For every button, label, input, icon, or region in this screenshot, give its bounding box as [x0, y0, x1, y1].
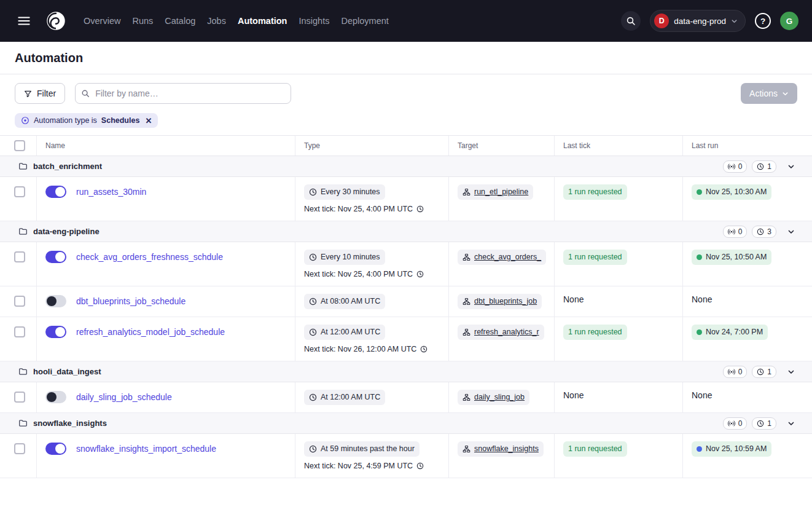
clock-icon	[420, 345, 427, 353]
group-name: data-eng-pipeline	[33, 227, 100, 236]
schedule-toggle[interactable]	[45, 251, 66, 263]
help-button[interactable]: ?	[755, 13, 771, 29]
search-icon	[626, 16, 636, 26]
table-header-row: Name Type Target Last tick Last run	[0, 136, 812, 156]
hamburger-icon	[17, 14, 31, 28]
automation-type-filter-tag[interactable]: Automation type is Schedules ✕	[15, 113, 158, 128]
nav-deployment[interactable]: Deployment	[341, 16, 388, 26]
group-expand-button[interactable]	[786, 162, 796, 171]
help-icon: ?	[760, 17, 765, 26]
target-chip[interactable]: daily_sling_job	[458, 390, 529, 405]
dagster-logo[interactable]	[44, 9, 68, 33]
nav-jobs[interactable]: Jobs	[207, 16, 226, 26]
next-tick: Next tick: Nov 26, 12:00 AM UTC	[304, 345, 441, 353]
run-status-dot	[697, 446, 702, 452]
row-checkbox[interactable]	[14, 392, 25, 403]
schedule-name-link[interactable]: check_avg_orders_freshness_schdule	[76, 252, 223, 262]
select-all-checkbox[interactable]	[14, 140, 25, 151]
job-icon	[463, 328, 470, 336]
schedule-row-daily-sling: daily_sling_job_schedule At 12:00 AM UTC…	[0, 382, 812, 413]
schedule-toggle[interactable]	[45, 391, 66, 403]
row-checkbox[interactable]	[14, 443, 25, 454]
job-icon	[463, 188, 470, 196]
user-avatar[interactable]: G	[780, 12, 798, 30]
clock-icon	[757, 228, 764, 235]
deployment-switcher[interactable]: D data-eng-prod	[650, 10, 746, 32]
next-tick: Next tick: Nov 25, 4:00 PM UTC	[304, 205, 441, 213]
global-search-button[interactable]	[621, 11, 641, 31]
group-name: hooli_data_ingest	[33, 367, 101, 376]
sensor-icon	[728, 163, 735, 170]
chevron-down-icon	[787, 163, 795, 170]
toggle-knob	[47, 296, 57, 306]
schedule-name-link[interactable]: dbt_blueprints_job_schedule	[76, 296, 185, 306]
last-run-chip[interactable]: Nov 24, 7:00 PM	[692, 325, 768, 340]
filter-tag-prefix: Automation type is	[34, 116, 97, 125]
navbar-right: D data-eng-prod ? G	[621, 10, 798, 32]
row-checkbox[interactable]	[14, 186, 25, 197]
nav-overview[interactable]: Overview	[84, 16, 120, 26]
filter-by-name-input[interactable]	[75, 83, 291, 104]
row-checkbox[interactable]	[14, 296, 25, 307]
sensor-icon	[728, 228, 735, 235]
toolbar: Filter Actions	[0, 74, 812, 112]
close-icon[interactable]: ✕	[144, 117, 152, 125]
filter-button[interactable]: Filter	[15, 83, 65, 104]
group-row-snowflake-insights[interactable]: snowflake_insights 0 1	[0, 413, 812, 434]
group-row-data-eng-pipeline[interactable]: data-eng-pipeline 0 3	[0, 221, 812, 242]
last-tick-status: None	[563, 390, 584, 400]
chevron-down-icon	[787, 368, 795, 376]
row-checkbox[interactable]	[14, 326, 25, 337]
target-chip[interactable]: refresh_analytics_r	[458, 325, 544, 340]
group-expand-button[interactable]	[786, 367, 796, 377]
schedule-row-check-avg-orders: check_avg_orders_freshness_schdule Every…	[0, 242, 812, 286]
group-row-batch-enrichment[interactable]: batch_enrichment 0 1	[0, 156, 812, 177]
group-expand-button[interactable]	[786, 419, 796, 428]
chevron-down-icon	[731, 18, 738, 25]
target-chip[interactable]: dbt_blueprints_job	[458, 294, 542, 309]
clock-icon	[309, 253, 317, 261]
schedule-interval-chip: At 08:00 AM UTC	[304, 294, 385, 309]
nav-catalog[interactable]: Catalog	[165, 16, 195, 26]
schedule-name-link[interactable]: snowflake_insights_import_schedule	[76, 444, 216, 454]
group-row-hooli-data-ingest[interactable]: hooli_data_ingest 0 1	[0, 361, 812, 382]
last-run-chip[interactable]: Nov 25, 10:30 AM	[692, 184, 771, 200]
folder-icon	[18, 419, 28, 428]
schedule-name-link[interactable]: refresh_analytics_model_job_schedule	[76, 327, 225, 337]
target-chip[interactable]: snowflake_insights	[458, 441, 544, 457]
menu-button[interactable]	[15, 12, 33, 30]
last-run-chip[interactable]: Nov 25, 10:59 AM	[692, 441, 771, 457]
row-checkbox[interactable]	[14, 251, 25, 262]
actions-button[interactable]: Actions	[741, 83, 797, 104]
schedule-count-badge: 1	[752, 417, 776, 430]
job-icon	[463, 253, 470, 261]
schedule-toggle[interactable]	[45, 443, 66, 455]
schedule-row-refresh-analytics: refresh_analytics_model_job_schedule At …	[0, 317, 812, 361]
nav-runs[interactable]: Runs	[132, 16, 153, 26]
automation-type-icon	[21, 116, 29, 125]
schedule-name-link[interactable]: daily_sling_job_schedule	[76, 392, 172, 402]
last-run-status: None	[692, 390, 712, 400]
job-icon	[463, 393, 470, 401]
schedule-row-dbt-blueprints: dbt_blueprints_job_schedule At 08:00 AM …	[0, 286, 812, 317]
target-chip[interactable]: check_avg_orders_	[458, 250, 546, 265]
chevron-down-icon	[787, 420, 795, 427]
clock-icon	[309, 188, 317, 196]
nav-automation[interactable]: Automation	[238, 16, 287, 26]
schedule-row-run-assets-30min: run_assets_30min Every 30 minutes Next t…	[0, 177, 812, 221]
top-navbar: Overview Runs Catalog Jobs Automation In…	[0, 0, 812, 42]
target-chip[interactable]: run_etl_pipeline	[458, 184, 533, 200]
group-expand-button[interactable]	[786, 227, 796, 237]
clock-icon	[416, 462, 424, 470]
group-name: batch_enrichment	[33, 162, 102, 171]
filter-tag-value: Schedules	[101, 116, 140, 125]
schedule-toggle[interactable]	[45, 186, 66, 198]
column-header-last-run: Last run	[683, 136, 812, 156]
schedule-toggle[interactable]	[45, 326, 66, 338]
nav-insights[interactable]: Insights	[299, 16, 329, 26]
column-header-last-tick: Last tick	[555, 136, 683, 156]
schedule-name-link[interactable]: run_assets_30min	[76, 187, 146, 197]
clock-icon	[757, 368, 764, 376]
last-run-chip[interactable]: Nov 25, 10:50 AM	[692, 250, 771, 265]
schedule-toggle[interactable]	[45, 295, 66, 307]
